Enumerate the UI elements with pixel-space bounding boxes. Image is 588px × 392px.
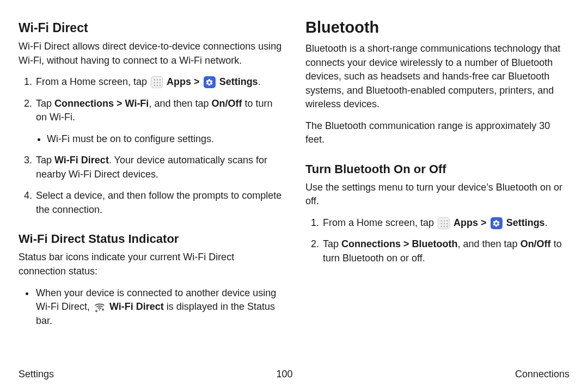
step-1: From a Home screen, tap Apps > Settings. [35,75,283,89]
settings-icon [491,217,503,229]
step-text: From a Home screen, tap [323,217,437,228]
step-text: , and then tap [458,238,520,249]
heading-bluetooth: Bluetooth [305,19,569,36]
svg-point-0 [99,310,100,311]
left-column: Wi-Fi Direct Wi-Fi Direct allows direct … [19,19,283,356]
step-2: Tap Connections > Wi-Fi, and then tap On… [35,97,283,146]
settings-icon [204,76,216,88]
apps-label: Apps [454,217,478,228]
bold-text: Connections > Bluetooth [341,238,458,249]
heading-status-indicator: Wi-Fi Direct Status Indicator [19,232,283,246]
step-text: Tap [36,98,54,109]
turn-bluetooth-intro: Use the settings menu to turn your devic… [305,181,569,209]
step-3: Tap Wi-Fi Direct. Your device automatica… [35,154,283,181]
step-1: From a Home screen, tap Apps > Settings. [322,216,569,230]
step-4: Select a device, and then follow the pro… [35,189,283,217]
step-2: Tap Connections > Bluetooth, and then ta… [322,237,569,265]
heading-turn-bluetooth: Turn Bluetooth On or Off [305,162,569,176]
sub-bullet: Wi-Fi must be on to configure settings. [47,132,283,146]
apps-icon [438,217,450,229]
status-list: When your device is connected to another… [19,286,283,328]
bold-text: On/Off [520,238,551,249]
apps-label: Apps [167,76,191,87]
status-bullet: When your device is connected to another… [35,286,283,328]
step-text: Tap [36,155,54,166]
wifi-direct-intro: Wi-Fi Direct allows direct device-to-dev… [19,40,283,68]
step-text: , and then tap [149,98,211,109]
step-text: From a Home screen, tap [36,76,150,87]
bold-text: Wi-Fi Direct [109,301,164,312]
wifi-direct-steps: From a Home screen, tap Apps > Settings.… [19,75,283,217]
step-text: . [258,76,261,87]
sub-list: Wi-Fi must be on to configure settings. [36,132,283,146]
bluetooth-intro: Bluetooth is a short-range communication… [305,42,569,112]
step-text: . [545,217,548,228]
step-text: Tap [323,238,341,249]
wifi-direct-icon [94,301,106,313]
bold-text: On/Off [211,98,242,109]
bluetooth-range: The Bluetooth communication range is app… [305,119,569,147]
heading-wifi-direct: Wi-Fi Direct [19,21,283,35]
right-column: Bluetooth Bluetooth is a short-range com… [305,19,569,356]
bold-text: Wi-Fi Direct [54,155,109,166]
page-footer: Settings 100 Connections [19,369,569,380]
status-intro: Status bar icons indicate your current W… [19,250,283,278]
bluetooth-steps: From a Home screen, tap Apps > Settings.… [305,216,569,266]
apps-icon [151,76,163,88]
caret-icon: > [478,217,489,228]
settings-label: Settings [506,217,545,228]
bold-text: Connections > Wi-Fi [54,98,149,109]
footer-left: Settings [19,369,54,380]
footer-right: Connections [515,369,569,380]
caret-icon: > [191,76,203,87]
footer-page-number: 100 [276,369,292,380]
page-columns: Wi-Fi Direct Wi-Fi Direct allows direct … [19,19,569,356]
settings-label: Settings [219,76,258,87]
